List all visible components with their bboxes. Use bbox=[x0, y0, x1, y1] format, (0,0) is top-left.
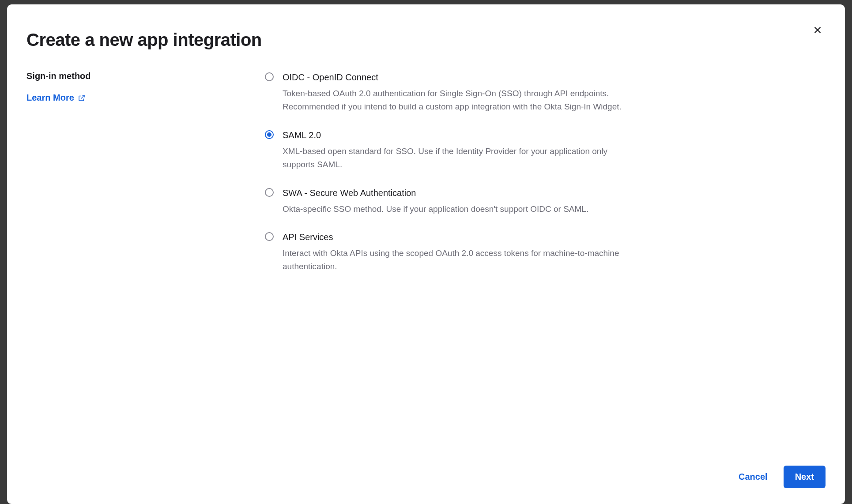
close-button[interactable] bbox=[810, 22, 826, 38]
close-icon bbox=[813, 26, 822, 34]
learn-more-link[interactable]: Learn More bbox=[26, 93, 86, 103]
radio-api-services[interactable] bbox=[265, 232, 274, 241]
section-label: Sign-in method bbox=[26, 71, 247, 81]
option-title: SAML 2.0 bbox=[283, 129, 627, 141]
cancel-button[interactable]: Cancel bbox=[735, 466, 771, 487]
modal-footer: Cancel Next bbox=[735, 466, 826, 488]
option-description: Interact with Okta APIs using the scoped… bbox=[283, 247, 627, 274]
radio-saml[interactable] bbox=[265, 130, 274, 139]
option-saml[interactable]: SAML 2.0 XML-based open standard for SSO… bbox=[265, 129, 627, 172]
modal-backdrop: Create a new app integration Sign-in met… bbox=[0, 0, 852, 504]
option-oidc[interactable]: OIDC - OpenID Connect Token-based OAuth … bbox=[265, 71, 627, 114]
option-text: API Services Interact with Okta APIs usi… bbox=[283, 231, 627, 274]
option-text: SWA - Secure Web Authentication Okta-spe… bbox=[283, 187, 627, 216]
radio-oidc[interactable] bbox=[265, 72, 274, 81]
external-link-icon bbox=[78, 94, 86, 102]
next-button[interactable]: Next bbox=[784, 466, 826, 488]
modal-body: Sign-in method Learn More OIDC - OpenID … bbox=[26, 71, 826, 274]
option-swa[interactable]: SWA - Secure Web Authentication Okta-spe… bbox=[265, 187, 627, 216]
option-text: SAML 2.0 XML-based open standard for SSO… bbox=[283, 129, 627, 172]
option-description: XML-based open standard for SSO. Use if … bbox=[283, 145, 627, 172]
option-text: OIDC - OpenID Connect Token-based OAuth … bbox=[283, 71, 627, 114]
signin-method-options: OIDC - OpenID Connect Token-based OAuth … bbox=[265, 71, 627, 274]
option-title: OIDC - OpenID Connect bbox=[283, 71, 627, 83]
option-description: Okta-specific SSO method. Use if your ap… bbox=[283, 203, 627, 216]
modal-title: Create a new app integration bbox=[26, 30, 826, 50]
create-app-integration-modal: Create a new app integration Sign-in met… bbox=[7, 4, 845, 504]
option-title: SWA - Secure Web Authentication bbox=[283, 187, 627, 199]
option-description: Token-based OAuth 2.0 authentication for… bbox=[283, 87, 627, 114]
option-title: API Services bbox=[283, 231, 627, 243]
radio-swa[interactable] bbox=[265, 188, 274, 197]
option-api-services[interactable]: API Services Interact with Okta APIs usi… bbox=[265, 231, 627, 274]
left-column: Sign-in method Learn More bbox=[26, 71, 247, 274]
learn-more-text: Learn More bbox=[26, 93, 74, 103]
